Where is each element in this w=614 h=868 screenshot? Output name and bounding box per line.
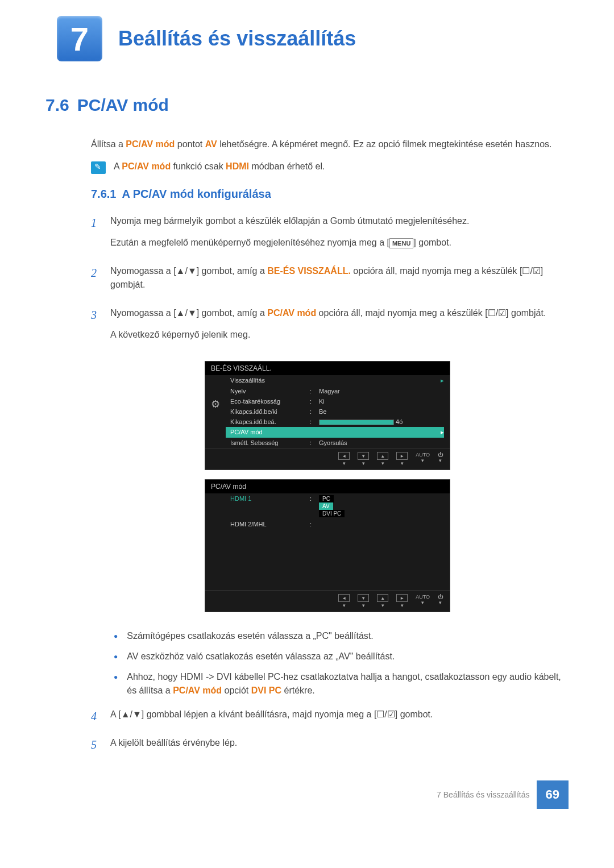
step-text: A következő képernyő jelenik meg. [110,328,569,342]
menu-key: MENU [389,238,413,249]
step-number: 3 [91,306,110,350]
section-number: 7.6 [45,95,69,114]
step-number: 4 [91,708,110,729]
bullet-list: ●Számítógépes csatlakozás esetén válassz… [114,629,569,697]
chevron-right-icon: ▸ [441,429,444,436]
bullet-item: ● Ahhoz, hogy HDMI -> DVI kábellel PC-he… [114,670,569,697]
step-text: Ezután a megfelelő menüképernyő megjelen… [110,236,569,250]
step-2: 2 Nyomogassa a [▲/▼] gombot, amíg a BE-É… [91,264,569,300]
chapter-title: Beállítás és visszaállítás [118,27,356,51]
osd-row: Eco-takarékosság:Ki [226,396,444,406]
osd-nav-down: ▼▾ [358,452,369,466]
osd-nav-left: ◄▾ [338,452,350,466]
osd-row: HDMI 1: PC AV DVI PC [226,493,444,519]
osd-nav-right: ►▾ [396,594,408,608]
note-icon [91,161,106,174]
osd-auto: AUTO▾ [416,594,430,608]
osd-option: PC [319,495,334,502]
osd-nav-left: ◄▾ [338,594,350,608]
osd-row: Visszaállítás▸ [226,375,444,386]
osd-option: DVI PC [319,510,345,517]
power-icon: ⏻▾ [438,594,443,608]
step-text: A [▲/▼] gombbal lépjen a kívánt beállítá… [110,708,569,721]
chapter-number-badge: 7 [57,16,102,61]
subsection-number: 7.6.1 [91,188,116,200]
osd-nav-up: ▲▾ [377,452,388,466]
step-number: 1 [91,214,110,258]
subsection-heading: 7.6.1A PC/AV mód konfigurálása [91,188,569,201]
step-5: 5 A kijelölt beállítás érvénybe lép. [91,736,569,758]
osd-nav-down: ▼▾ [358,594,369,608]
intro-paragraph: Állítsa a PC/AV mód pontot AV lehetőségr… [91,138,569,151]
step-4: 4 A [▲/▼] gombbal lépjen a kívánt beállí… [91,708,569,729]
chevron-right-icon: ▸ [441,377,444,384]
power-icon: ⏻▾ [438,452,443,466]
subsection-title: A PC/AV mód konfigurálása [122,188,271,200]
osd-option-selected: AV [319,502,333,510]
osd-row: Nyelv:Magyar [226,386,444,396]
osd-footer: ◄▾ ▼▾ ▲▾ ►▾ AUTO▾ ⏻▾ [205,448,450,470]
page-header: 7 Beállítás és visszaállítás [45,16,569,61]
section-heading: 7.6PC/AV mód [45,95,569,115]
osd-title: BE-ÉS VISSZAÁLL. [205,362,450,375]
bullet-item: ●Számítógépes csatlakozás esetén válassz… [114,629,569,643]
osd-title: PC/AV mód [205,480,450,493]
osd-nav-up: ▲▾ [377,594,388,608]
step-1: 1 Nyomja meg bármelyik gombot a készülék… [91,214,569,258]
step-text: Nyomogassa a [▲/▼] gombot, amíg a BE-ÉS … [110,264,569,292]
note-text: A PC/AV mód funkció csak HDMI módban érh… [114,161,325,174]
note-row: A PC/AV mód funkció csak HDMI módban érh… [91,161,569,174]
step-text: Nyomja meg bármelyik gombot a készülék e… [110,214,569,228]
step-text: A kijelölt beállítás érvénybe lép. [110,736,569,750]
osd-row: Kikapcs.idő.beá.: 4ó [226,417,444,427]
step-number: 5 [91,736,110,758]
osd-footer: ◄▾ ▼▾ ▲▾ ►▾ AUTO▾ ⏻▾ [205,590,450,612]
page-footer: 7 Beállítás és visszaállítás 69 [45,780,569,809]
step-text: Nyomogassa a [▲/▼] gombot, amíg a PC/AV … [110,306,569,320]
step-3: 3 Nyomogassa a [▲/▼] gombot, amíg a PC/A… [91,306,569,350]
section-title: PC/AV mód [77,95,169,114]
bullet-item: ●AV eszközhöz való csatlakozás esetén vá… [114,650,569,663]
osd-menu-2: PC/AV mód HDMI 1: PC AV DVI PC HDMI 2/MH… [205,479,450,612]
osd-row: Ismétl. Sebesség:Gyorsulás [226,438,444,448]
footer-text: 7 Beállítás és visszaállítás [437,790,529,799]
footer-page-number: 69 [537,780,569,809]
gear-icon: ⚙ [211,398,220,410]
osd-row: HDMI 2/MHL: [226,519,444,529]
osd-menu-1: BE-ÉS VISSZAÁLL. ⚙ Visszaállítás▸ Nyelv:… [205,361,450,470]
osd-auto: AUTO▾ [416,452,430,466]
step-number: 2 [91,264,110,300]
osd-nav-right: ►▾ [396,452,408,466]
osd-screenshots: BE-ÉS VISSZAÁLL. ⚙ Visszaállítás▸ Nyelv:… [205,361,569,612]
osd-row-highlighted: PC/AV mód▸ [226,427,444,438]
osd-row: Kikapcs.idő.be/ki:Be [226,406,444,417]
